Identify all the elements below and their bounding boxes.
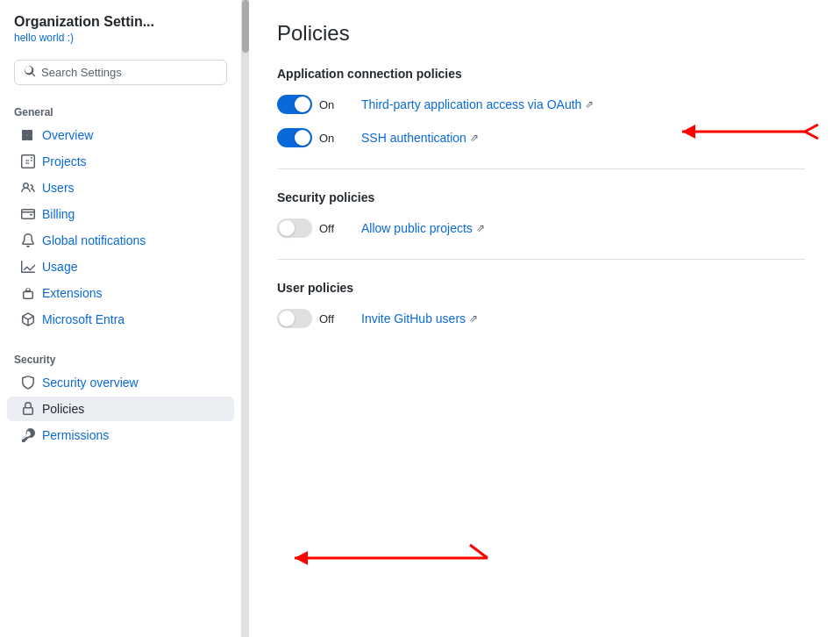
external-link-icon-public-projects: ⇗ — [476, 222, 485, 234]
toggle-oauth[interactable] — [277, 95, 312, 114]
sidebar-item-microsoft-entra-label: Microsoft Entra — [42, 312, 125, 326]
policy-row-oauth: On Third-party application access via OA… — [277, 95, 805, 114]
puzzle-icon — [21, 286, 35, 300]
section-security-policies-heading: Security policies — [277, 190, 805, 204]
section-general-label: General — [0, 99, 241, 122]
sidebar-item-security-overview-label: Security overview — [42, 376, 139, 390]
sidebar-item-usage-label: Usage — [42, 260, 77, 274]
svg-marker-5 — [295, 551, 308, 565]
sidebar-item-projects[interactable]: Projects — [7, 149, 234, 174]
policy-link-invite-github[interactable]: Invite GitHub users ⇗ — [361, 311, 478, 326]
toggle-group-public-projects: Off — [277, 218, 347, 238]
policy-link-public-projects[interactable]: Allow public projects ⇗ — [361, 221, 485, 235]
projects-icon — [21, 154, 35, 168]
policy-link-oauth[interactable]: Third-party application access via OAuth… — [361, 97, 594, 111]
lock-icon — [21, 402, 35, 416]
grid-icon — [21, 128, 35, 142]
sidebar-item-users-label: Users — [42, 181, 75, 195]
section-user-policies-heading: User policies — [277, 281, 805, 295]
sidebar-item-policies-label: Policies — [42, 402, 84, 416]
key-icon — [21, 428, 35, 442]
sidebar-header: Organization Settin... hello world :) — [0, 14, 241, 51]
bell-icon — [21, 233, 35, 247]
policy-label-ssh: SSH authentication — [361, 131, 466, 145]
external-link-icon-oauth: ⇗ — [585, 98, 594, 111]
search-icon — [24, 65, 36, 80]
sidebar-item-overview-label: Overview — [42, 128, 93, 142]
org-title: Organization Settin... — [14, 14, 227, 30]
section-application-connection: Application connection policies On Third… — [277, 67, 805, 147]
page-title: Policies — [277, 21, 805, 46]
sidebar-item-users[interactable]: Users — [7, 175, 234, 200]
policy-link-ssh[interactable]: SSH authentication ⇗ — [361, 131, 479, 145]
toggle-group-invite-github: Off — [277, 309, 347, 328]
sidebar-item-permissions[interactable]: Permissions — [7, 423, 234, 447]
sidebar-item-extensions-label: Extensions — [42, 286, 102, 300]
policy-row-public-projects: Off Allow public projects ⇗ — [277, 218, 805, 238]
external-link-icon-ssh: ⇗ — [470, 132, 479, 144]
section-security-policies: Security policies Off Allow public proje… — [277, 190, 805, 238]
toggle-ssh-label: On — [319, 132, 334, 145]
sidebar-item-projects-label: Projects — [42, 154, 87, 168]
billing-icon — [21, 207, 35, 221]
toggle-ssh[interactable] — [277, 128, 312, 147]
svg-line-6 — [470, 545, 488, 558]
sidebar-item-global-notifications-label: Global notifications — [42, 233, 146, 247]
toggle-group-oauth: On — [277, 95, 347, 114]
sidebar-item-overview[interactable]: Overview — [7, 123, 234, 147]
sidebar-item-policies[interactable]: Policies — [7, 397, 234, 421]
sidebar-item-security-overview[interactable]: Security overview — [7, 370, 234, 395]
scrollbar-track[interactable] — [242, 0, 249, 637]
policy-label-oauth: Third-party application access via OAuth — [361, 97, 581, 111]
scrollbar-thumb[interactable] — [242, 0, 249, 53]
chart-icon — [21, 260, 35, 274]
toggle-invite-github[interactable] — [277, 309, 312, 328]
section-application-connection-heading: Application connection policies — [277, 67, 805, 81]
shield-icon — [21, 376, 35, 390]
toggle-oauth-label: On — [319, 98, 334, 111]
sidebar-item-microsoft-entra[interactable]: Microsoft Entra — [7, 307, 234, 332]
sidebar-item-usage[interactable]: Usage — [7, 254, 234, 279]
divider-1 — [277, 168, 805, 169]
svg-line-2 — [805, 125, 818, 132]
sidebar-item-billing-label: Billing — [42, 207, 75, 221]
section-user-policies: User policies Off Invite GitHub users ⇗ — [277, 281, 805, 328]
sidebar-item-permissions-label: Permissions — [42, 428, 109, 442]
divider-2 — [277, 259, 805, 260]
section-security-label: Security — [0, 347, 241, 369]
diamond-icon — [21, 312, 35, 326]
policy-row-invite-github: Off Invite GitHub users ⇗ — [277, 309, 805, 328]
policy-row-ssh: On SSH authentication ⇗ — [277, 128, 805, 147]
annotation-arrow-2 — [242, 532, 505, 584]
sidebar-item-extensions[interactable]: Extensions — [7, 281, 234, 305]
main-content: Policies Application connection policies… — [242, 0, 840, 637]
search-settings-label: Search Settings — [41, 66, 122, 79]
toggle-public-projects[interactable] — [277, 218, 312, 238]
sidebar-item-global-notifications[interactable]: Global notifications — [7, 228, 234, 253]
svg-line-3 — [805, 132, 818, 139]
toggle-group-ssh: On — [277, 128, 347, 147]
users-icon — [21, 181, 35, 195]
toggle-public-projects-label: Off — [319, 222, 334, 235]
policy-label-public-projects: Allow public projects — [361, 221, 473, 235]
toggle-invite-github-label: Off — [319, 312, 334, 326]
search-settings-box[interactable]: Search Settings — [14, 60, 227, 85]
policy-label-invite-github: Invite GitHub users — [361, 311, 466, 326]
sidebar: Organization Settin... hello world :) Se… — [0, 0, 242, 637]
org-subtitle: hello world :) — [14, 32, 227, 44]
external-link-icon-invite-github: ⇗ — [469, 312, 478, 325]
sidebar-item-billing[interactable]: Billing — [7, 202, 234, 226]
